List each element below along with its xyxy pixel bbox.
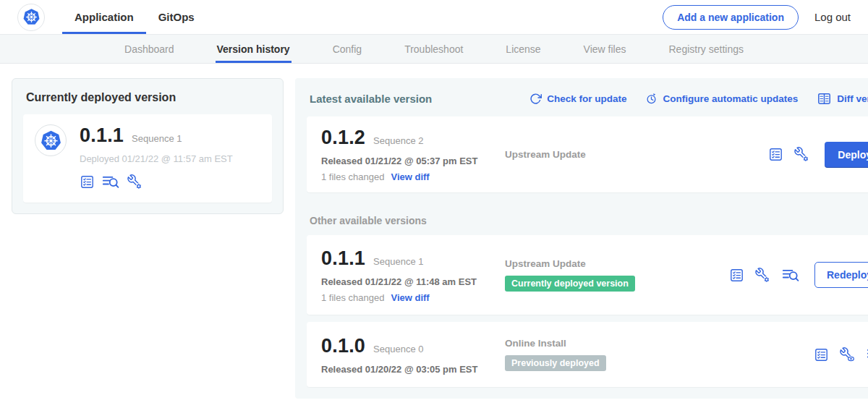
- version-source: Upstream Update: [505, 149, 729, 160]
- deployed-panel-title: Currently deployed version: [26, 91, 271, 104]
- files-changed-row: 1 files changedView diff: [321, 171, 505, 182]
- configure-automatic-updates-link[interactable]: Configure automatic updates: [645, 93, 798, 105]
- subnav-tab-view-files[interactable]: View files: [584, 35, 626, 63]
- app-subnav: Dashboard Version history Config Trouble…: [0, 35, 868, 64]
- released-timestamp: Released 01/21/22 @ 05:37 pm EST: [321, 156, 505, 166]
- release-notes-icon[interactable]: [814, 347, 829, 362]
- subnav-tab-license[interactable]: License: [506, 35, 540, 63]
- add-application-button[interactable]: Add a new application: [663, 5, 799, 30]
- version-row: 0.1.2 Sequence 2 Released 01/21/22 @ 05:…: [307, 116, 868, 192]
- schedule-icon: [645, 93, 658, 105]
- version-actions: Redeploy: [729, 262, 868, 288]
- kubernetes-logo-icon: [17, 4, 45, 31]
- deploy-button[interactable]: Deploy: [825, 142, 868, 168]
- currently-deployed-panel: Currently deployed version 0.1.1 Sequenc…: [12, 78, 284, 214]
- redeploy-button[interactable]: Redeploy: [814, 262, 868, 288]
- main-content: Currently deployed version 0.1.1 Sequenc…: [0, 64, 868, 399]
- view-config-icon[interactable]: [839, 347, 856, 363]
- version-source: Online Install Previously deployed: [505, 338, 729, 371]
- sequence-label: Sequence 0: [373, 344, 423, 354]
- other-available-versions-title: Other available versions: [310, 215, 868, 226]
- check-for-update-link[interactable]: Check for update: [529, 93, 626, 105]
- version-source: Upstream Update Currently deployed versi…: [505, 258, 729, 292]
- edit-config-icon[interactable]: [127, 174, 143, 190]
- version-info: 0.1.1 Sequence 1 Released 01/21/22 @ 11:…: [321, 247, 505, 303]
- subnav-tab-version-history[interactable]: Version history: [217, 35, 290, 63]
- tab-application[interactable]: Application: [62, 0, 146, 34]
- check-for-update-label: Check for update: [547, 93, 626, 104]
- deployed-actions: [80, 172, 233, 191]
- subnav-tab-config[interactable]: Config: [333, 35, 362, 63]
- release-notes-icon[interactable]: [768, 147, 783, 162]
- refresh-icon: [529, 93, 542, 105]
- deployed-version-info: 0.1.1 Sequence 1 Deployed 01/21/22 @ 11:…: [80, 124, 233, 191]
- version-number: 0.1.1: [321, 247, 365, 270]
- subnav-tab-troubleshoot[interactable]: Troubleshoot: [404, 35, 463, 63]
- files-changed-label: 1 files changed: [321, 292, 384, 303]
- deployed-sequence-label: Sequence 1: [132, 133, 182, 144]
- deploy-logs-icon[interactable]: [101, 172, 120, 191]
- subnav-tab-dashboard[interactable]: Dashboard: [124, 35, 174, 63]
- view-diff-link[interactable]: View diff: [391, 292, 429, 303]
- deploy-logs-icon[interactable]: [781, 265, 800, 284]
- sequence-label: Sequence 2: [373, 135, 423, 146]
- source-label: Upstream Update: [505, 258, 586, 269]
- version-number: 0.1.0: [321, 335, 365, 357]
- sequence-label: Sequence 1: [373, 256, 423, 267]
- files-changed-label: 1 files changed: [321, 171, 384, 182]
- release-notes-icon[interactable]: [729, 268, 744, 283]
- version-number: 0.1.2: [321, 127, 365, 149]
- edit-config-icon[interactable]: [793, 146, 810, 163]
- available-panel-header: Latest available version Check for updat…: [307, 90, 868, 106]
- version-info: 0.1.2 Sequence 2 Released 01/21/22 @ 05:…: [321, 127, 505, 182]
- logout-button[interactable]: Log out: [814, 11, 851, 23]
- available-versions-panel: Latest available version Check for updat…: [295, 78, 868, 399]
- released-timestamp: Released 01/20/22 @ 03:05 pm EST: [321, 364, 505, 375]
- configure-automatic-updates-label: Configure automatic updates: [663, 93, 798, 104]
- version-actions: [814, 345, 868, 364]
- released-timestamp: Released 01/21/22 @ 11:48 am EST: [321, 276, 505, 287]
- version-info: 0.1.0 Sequence 0 Released 01/20/22 @ 03:…: [321, 335, 505, 375]
- currently-deployed-badge: Currently deployed version: [505, 276, 635, 292]
- deployed-timestamp: Deployed 01/21/22 @ 11:57 am EST: [80, 153, 233, 164]
- subnav-tab-registry-settings[interactable]: Registry settings: [669, 35, 744, 63]
- deployed-version-number: 0.1.1: [80, 124, 124, 147]
- source-label: Online Install: [505, 338, 566, 349]
- header-right: Add a new application Log out: [663, 5, 851, 30]
- top-nav: Application GitOps Add a new application…: [0, 0, 868, 35]
- edit-config-icon[interactable]: [754, 267, 771, 284]
- version-row: 0.1.1 Sequence 1 Released 01/21/22 @ 11:…: [307, 235, 868, 315]
- diff-versions-link[interactable]: Diff versions: [817, 91, 868, 106]
- latest-available-title: Latest available version: [310, 93, 432, 105]
- diff-icon: [817, 91, 832, 106]
- source-label: Upstream Update: [505, 149, 586, 160]
- app-tabs: Application GitOps: [62, 0, 207, 34]
- version-actions: Deploy: [768, 142, 868, 168]
- available-panel-actions: Check for update Configure automatic upd…: [529, 91, 868, 106]
- tab-gitops[interactable]: GitOps: [146, 0, 207, 34]
- app-logo-icon: [35, 124, 67, 156]
- diff-versions-label: Diff versions: [837, 93, 868, 104]
- previously-deployed-badge: Previously deployed: [505, 355, 606, 371]
- release-notes-icon[interactable]: [80, 174, 95, 190]
- version-row: 0.1.0 Sequence 0 Released 01/20/22 @ 03:…: [307, 322, 868, 387]
- files-changed-row: 1 files changedView diff: [321, 292, 505, 303]
- view-diff-link[interactable]: View diff: [391, 171, 429, 182]
- deployed-version-card: 0.1.1 Sequence 1 Deployed 01/21/22 @ 11:…: [23, 114, 272, 203]
